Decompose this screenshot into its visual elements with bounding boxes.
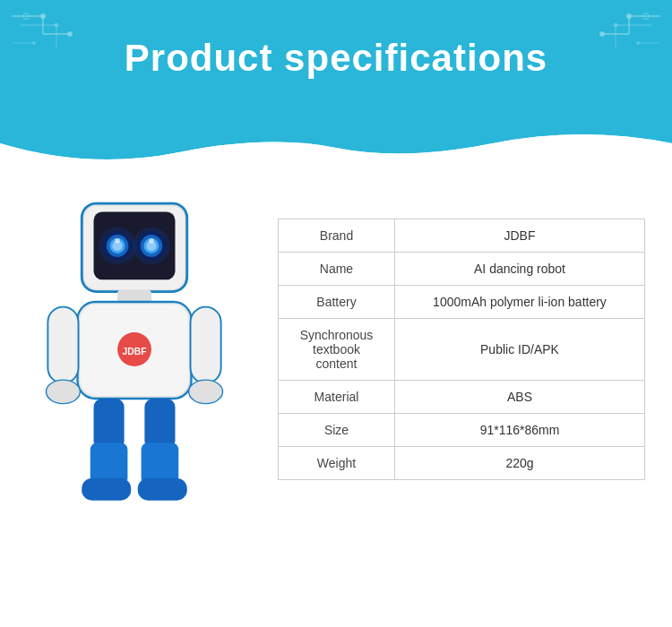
svg-rect-49 xyxy=(144,399,175,450)
svg-point-9 xyxy=(32,41,36,45)
svg-point-45 xyxy=(189,380,223,404)
spec-label: Battery xyxy=(279,286,395,319)
spec-value: Public ID/APK xyxy=(395,319,645,381)
svg-point-17 xyxy=(614,23,618,28)
table-row: BrandJDBF xyxy=(279,219,645,253)
spec-value: JDBF xyxy=(395,219,645,253)
page-wrapper: Product specifications xyxy=(0,0,672,627)
spec-value: AI dancing robot xyxy=(395,253,645,286)
specifications-table: BrandJDBFNameAI dancing robotBattery1000… xyxy=(278,219,645,480)
svg-point-30 xyxy=(115,238,120,244)
svg-point-6 xyxy=(55,23,59,28)
specs-section: BrandJDBFNameAI dancing robotBattery1000… xyxy=(278,219,645,480)
svg-point-16 xyxy=(626,13,632,19)
table-row: Size91*116*86mm xyxy=(279,414,645,447)
table-row: Weight220g xyxy=(279,447,645,480)
main-content: JDBF xyxy=(0,170,672,537)
spec-value: 220g xyxy=(395,447,645,480)
svg-point-20 xyxy=(636,41,640,45)
spec-label: Size xyxy=(279,414,395,447)
spec-value: ABS xyxy=(395,381,645,414)
svg-rect-46 xyxy=(94,399,125,450)
spec-label: Weight xyxy=(279,447,395,480)
header-section: Product specifications xyxy=(0,0,672,116)
table-row: Synchronous textbook contentPublic ID/AP… xyxy=(279,319,645,381)
svg-point-5 xyxy=(40,13,46,19)
robot-illustration: JDBF xyxy=(27,188,242,511)
page-title: Product specifications xyxy=(125,37,547,80)
svg-text:JDBF: JDBF xyxy=(122,347,146,356)
spec-label: Name xyxy=(279,253,395,286)
svg-point-43 xyxy=(46,380,80,404)
table-row: MaterialABS xyxy=(279,381,645,414)
svg-rect-42 xyxy=(47,307,78,383)
svg-point-18 xyxy=(599,31,605,37)
svg-rect-51 xyxy=(138,478,187,501)
spec-label: Material xyxy=(279,381,395,414)
spec-label: Synchronous textbook content xyxy=(279,319,395,381)
circuit-decoration-tl xyxy=(7,7,88,64)
spec-label: Brand xyxy=(279,219,395,253)
robot-section: JDBF xyxy=(9,179,260,520)
table-row: Battery1000mAh polymer li-ion battery xyxy=(279,286,645,319)
svg-point-7 xyxy=(67,31,73,37)
svg-point-36 xyxy=(149,238,154,244)
spec-value: 1000mAh polymer li-ion battery xyxy=(395,286,645,319)
svg-rect-48 xyxy=(82,478,131,501)
circuit-decoration-tr xyxy=(584,7,665,64)
wave-separator xyxy=(0,116,672,170)
table-row: NameAI dancing robot xyxy=(279,253,645,286)
spec-value: 91*116*86mm xyxy=(395,414,645,447)
svg-rect-44 xyxy=(191,307,221,383)
